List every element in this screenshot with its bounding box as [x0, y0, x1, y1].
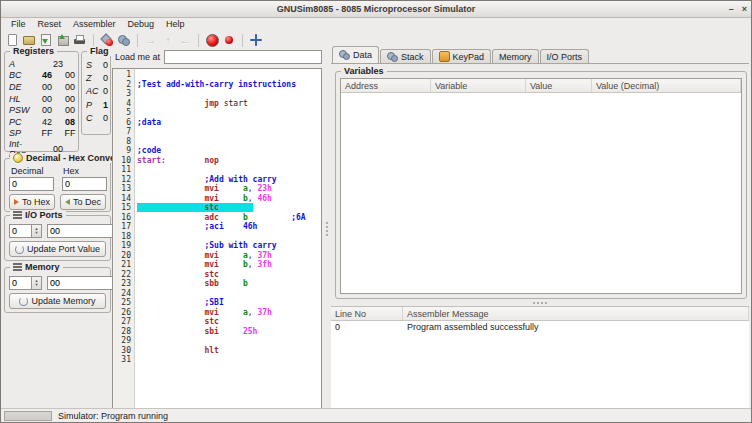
register-row-hl: HL0000: [5, 93, 78, 105]
code-line[interactable]: mvi b, 3fh: [137, 260, 321, 270]
code-line[interactable]: mvi b, 46h: [137, 194, 321, 204]
code-token: mvi: [204, 184, 218, 193]
port-value-input[interactable]: [47, 224, 113, 238]
start-simulation-icon[interactable]: [205, 33, 219, 47]
flag-name: AC: [86, 86, 101, 96]
update-port-button[interactable]: Update Port Value: [9, 241, 106, 257]
open-folder-icon[interactable]: [22, 33, 36, 47]
load-me-at-label: Load me at: [115, 52, 160, 62]
menu-item-help[interactable]: Help: [160, 18, 191, 31]
to-hex-button[interactable]: To Hex: [9, 194, 55, 210]
port-number-spinner[interactable]: ▲▼: [9, 224, 42, 238]
code-line[interactable]: [137, 165, 321, 175]
step-back-icon[interactable]: ←: [178, 33, 192, 47]
tab-memory[interactable]: Memory: [492, 49, 539, 63]
bulb-icon: [13, 153, 23, 163]
code-token: [137, 260, 204, 269]
register-row-sp: SPFFFF: [5, 128, 78, 140]
code-line[interactable]: sbi 25h: [137, 327, 321, 337]
registers-panel-title: Registers: [10, 46, 57, 56]
code-line[interactable]: ;Test add-with-carry instructions: [137, 80, 321, 90]
code-line[interactable]: mvi a, 23h: [137, 184, 321, 194]
code-token: ,: [248, 260, 258, 269]
code-line[interactable]: [137, 289, 321, 299]
code-line[interactable]: [137, 89, 321, 99]
register-value: 00: [59, 70, 81, 80]
code-token: [219, 203, 253, 212]
messages-table-body: 0Program assembled successfully: [331, 321, 749, 333]
code-line[interactable]: [137, 232, 321, 242]
code-line[interactable]: [137, 336, 321, 346]
gears-icon: [339, 50, 350, 60]
spinner-arrows-icon[interactable]: ▲▼: [32, 224, 42, 238]
code-line-highlighted[interactable]: stc: [137, 203, 321, 213]
tab-data[interactable]: Data: [332, 46, 379, 63]
code-line[interactable]: ;Add with carry: [137, 175, 321, 185]
code-line[interactable]: [137, 127, 321, 137]
assemble-load-icon[interactable]: [100, 33, 114, 47]
code-line[interactable]: ;data: [137, 118, 321, 128]
stop-simulation-icon[interactable]: [222, 33, 236, 47]
tab-stack[interactable]: Stack: [380, 49, 431, 63]
code-line[interactable]: ;code: [137, 146, 321, 156]
code-line[interactable]: sbb b: [137, 279, 321, 289]
tab-ioports[interactable]: I/O Ports: [540, 49, 590, 63]
minimize-button[interactable]: –: [729, 4, 734, 14]
line-number-gutter[interactable]: 1234567891011121314151617181920212223242…: [113, 69, 135, 410]
code-line[interactable]: ;aci 46h: [137, 222, 321, 232]
refresh-icon: [19, 297, 28, 306]
code-line[interactable]: stc: [137, 270, 321, 280]
memory-address-spinner[interactable]: ▲▼: [9, 276, 42, 290]
step-out-icon[interactable]: ↑: [161, 33, 175, 47]
code-line[interactable]: [137, 355, 321, 365]
code-line[interactable]: ;Sub with carry: [137, 241, 321, 251]
code-token: ;6A: [291, 213, 305, 222]
save-file-icon[interactable]: [39, 33, 53, 47]
register-value: FF: [59, 128, 81, 138]
message-row[interactable]: 0Program assembled successfully: [331, 321, 749, 333]
close-button[interactable]: ×: [742, 4, 747, 14]
decimal-input[interactable]: [9, 177, 54, 191]
load-address-input[interactable]: [164, 50, 322, 64]
code-token: 25h: [243, 327, 257, 336]
print-icon[interactable]: [73, 33, 87, 47]
hex-input[interactable]: [62, 177, 107, 191]
locate-pc-icon[interactable]: [249, 33, 263, 47]
code-line[interactable]: stc: [137, 317, 321, 327]
code-line[interactable]: [137, 108, 321, 118]
decimal-label: Decimal: [11, 166, 53, 176]
save-as-file-icon[interactable]: [56, 33, 70, 47]
code-token: [137, 213, 204, 222]
code-line[interactable]: mvi a, 37h: [137, 308, 321, 318]
to-hex-arrow-icon: [14, 199, 19, 205]
menu-item-reset[interactable]: Reset: [32, 18, 68, 31]
memory-value-input[interactable]: [47, 276, 113, 290]
tab-keypad[interactable]: KeyPad: [432, 49, 492, 63]
code-line[interactable]: start: nop: [137, 156, 321, 166]
assemble-icon[interactable]: [117, 33, 131, 47]
new-file-icon[interactable]: [5, 33, 19, 47]
editor-splitter[interactable]: [323, 47, 330, 411]
code-token: 3fh: [257, 260, 271, 269]
code-line[interactable]: hlt: [137, 346, 321, 356]
code-editor[interactable]: 1234567891011121314151617181920212223242…: [112, 68, 322, 411]
register-row-bc: BC4600: [5, 70, 78, 82]
code-line[interactable]: [137, 137, 321, 147]
code-lines[interactable]: ;Test add-with-carry instructions jmp st…: [135, 69, 321, 410]
code-line[interactable]: ;SBI: [137, 298, 321, 308]
status-bar: Simulator: Program running: [1, 408, 751, 422]
code-line[interactable]: jmp start: [137, 99, 321, 109]
menu-item-debug[interactable]: Debug: [122, 18, 161, 31]
code-line[interactable]: mvi a, 37h: [137, 251, 321, 261]
code-line[interactable]: [137, 70, 321, 80]
title-bar: GNUSim8085 - 8085 Microprocessor Simulat…: [1, 1, 751, 18]
to-dec-button[interactable]: To Dec: [60, 194, 106, 210]
step-forward-icon[interactable]: →: [144, 33, 158, 47]
code-token: mvi: [204, 251, 218, 260]
spinner-arrows-icon[interactable]: ▲▼: [32, 276, 42, 290]
code-token: ;data: [137, 118, 161, 127]
menu-item-file[interactable]: File: [5, 18, 32, 31]
menu-item-assembler[interactable]: Assembler: [67, 18, 122, 31]
code-line[interactable]: adc b ;6A: [137, 213, 321, 223]
update-memory-button[interactable]: Update Memory: [9, 293, 106, 309]
